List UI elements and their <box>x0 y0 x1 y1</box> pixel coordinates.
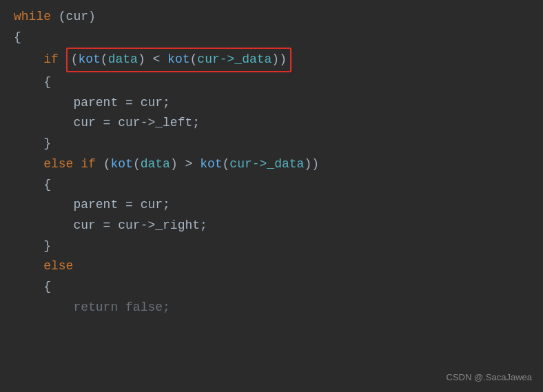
code-line-12: } <box>14 236 529 257</box>
code-line-5: parent = cur; <box>14 93 529 114</box>
code-line-10: parent = cur; <box>14 195 529 216</box>
code-line-1: while (cur) <box>14 7 529 28</box>
code-line-7: } <box>14 134 529 154</box>
code-line-15: return false; <box>14 298 529 318</box>
code-line-9: { <box>14 175 529 196</box>
punc: (cur) <box>51 7 96 28</box>
code-line-8: else if (kot(data) > kot(cur->_data)) <box>14 154 529 175</box>
code-line-4: { <box>14 72 529 93</box>
code-line-3-highlighted: if (kot(data) < kot(cur->_data)) <box>14 48 529 72</box>
code-line-11: cur = cur->_right; <box>14 216 529 236</box>
keyword-else-2: else <box>43 256 73 277</box>
keyword-if-2: if <box>81 154 96 175</box>
keyword-while: while <box>14 7 51 28</box>
code-line-13: else <box>14 256 529 277</box>
if-condition-highlight: (kot(data) < kot(cur->_data)) <box>66 48 291 72</box>
code-line-6: cur = cur->_left; <box>14 113 529 134</box>
code-line-14: { <box>14 277 529 298</box>
watermark: CSDN @.SacaJawea <box>447 371 532 385</box>
keyword-if: if <box>43 50 59 70</box>
code-container: while (cur) { if (kot(data) < kot(cur->_… <box>0 0 543 392</box>
code-line-2: { <box>14 28 529 48</box>
keyword-else-1: else <box>43 154 73 175</box>
